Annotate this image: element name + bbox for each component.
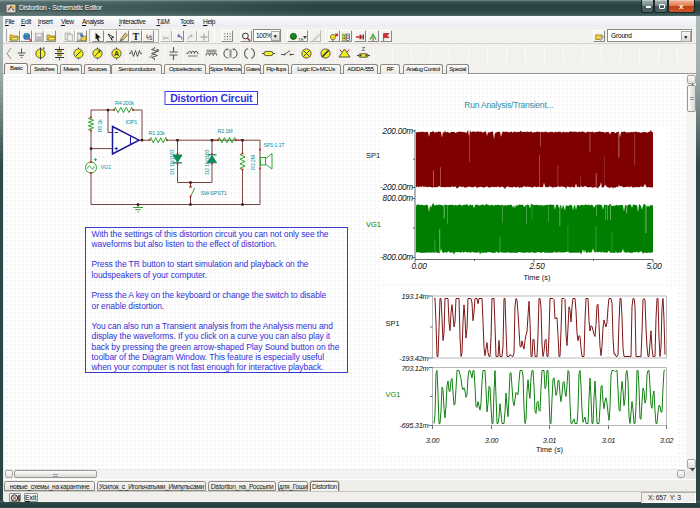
svg-text:0: 0 — [347, 35, 350, 40]
svg-text:Time (s): Time (s) — [536, 445, 564, 454]
svg-text:SP1:1 1T: SP1:1 1T — [264, 142, 286, 148]
svg-text:0.00: 0.00 — [411, 262, 427, 271]
svg-text:½: ½ — [145, 33, 152, 42]
svg-text:3.00: 3.00 — [485, 436, 500, 445]
svg-text:R3 2M: R3 2M — [250, 154, 256, 170]
svg-text:800.00m: 800.00m — [383, 194, 414, 203]
svg-text:VG1: VG1 — [366, 220, 381, 229]
svg-text:SW-SPST1: SW-SPST1 — [201, 190, 227, 196]
svg-text:SP1: SP1 — [386, 319, 400, 328]
svg-text:Time (s): Time (s) — [523, 273, 551, 282]
svg-text:-800.00m: -800.00m — [380, 253, 413, 262]
svg-text:193.14m: 193.14m — [401, 292, 428, 301]
svg-text:R1 10k: R1 10k — [149, 130, 165, 136]
svg-text:TE: TE — [298, 37, 304, 42]
svg-text:3.02: 3.02 — [660, 436, 675, 445]
svg-text:5.00: 5.00 — [646, 262, 662, 271]
svg-text:Distortion Circuit: Distortion Circuit — [170, 92, 253, 104]
svg-text:VG1: VG1 — [101, 164, 111, 170]
svg-text:200.00m: 200.00m — [382, 127, 414, 136]
svg-text:A: A — [114, 50, 119, 57]
svg-text:1: 1 — [343, 35, 346, 40]
svg-text:D1 1N1183: D1 1N1183 — [169, 149, 175, 174]
svg-text:R2 1M: R2 1M — [218, 128, 234, 134]
svg-text:✂: ✂ — [162, 32, 170, 41]
svg-text:R4 200k: R4 200k — [115, 100, 134, 106]
svg-text:2.50: 2.50 — [528, 262, 545, 271]
svg-text:3.00: 3.00 — [426, 436, 441, 445]
svg-text:Run Analysis/Transient...: Run Analysis/Transient... — [464, 100, 553, 110]
svg-text:-695.31m: -695.31m — [399, 421, 428, 430]
svg-text:3.01: 3.01 — [602, 436, 616, 445]
svg-text:IOP1: IOP1 — [126, 119, 138, 125]
svg-text:D2 1N1183: D2 1N1183 — [204, 149, 210, 174]
svg-text:T: T — [133, 32, 140, 42]
svg-text:Z: Z — [362, 46, 366, 52]
svg-text:-200.00m: -200.00m — [380, 183, 413, 192]
svg-text:R5 1k: R5 1k — [97, 119, 103, 133]
svg-text:-193.42m: -193.42m — [399, 354, 428, 363]
svg-text:SP1: SP1 — [366, 151, 380, 160]
svg-text:3.01: 3.01 — [543, 436, 557, 445]
svg-text:703.12m: 703.12m — [401, 364, 428, 373]
svg-text:VG1: VG1 — [386, 390, 401, 399]
